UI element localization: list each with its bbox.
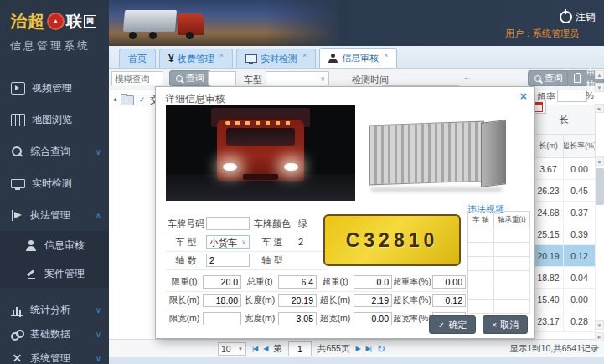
sidebar-item-case-mgmt[interactable]: 案件管理 — [0, 259, 109, 288]
table-row[interactable]: 15.400.00 — [534, 289, 596, 310]
tab-close-icon[interactable]: × — [302, 51, 307, 59]
sidebar-item-base-data[interactable]: 基础数据 ∨ — [0, 322, 109, 346]
last-page-button[interactable]: ▶| — [366, 345, 371, 352]
tree-checkbox[interactable]: ✓ — [137, 95, 147, 105]
width-input[interactable] — [278, 312, 317, 325]
table-row[interactable]: 3.670.00 — [534, 158, 596, 180]
length-limit-input[interactable] — [203, 294, 241, 307]
sidebar-item-label: 执法管理 — [30, 208, 70, 223]
sidebar-item-enforcement[interactable]: 执法管理 ∧ — [0, 199, 109, 231]
next-page-button[interactable]: ▶ — [355, 345, 359, 352]
first-page-button[interactable]: |◀ — [252, 345, 257, 352]
width-limit-label: 限宽(m) — [166, 313, 203, 325]
table-row[interactable]: 25.150.39 — [534, 223, 596, 245]
percent-unit-label: % — [586, 90, 594, 100]
link-icon — [11, 329, 23, 340]
power-icon — [560, 11, 572, 23]
page-size-value: 10 — [221, 344, 231, 354]
logo-text-lian: 联 — [66, 11, 82, 33]
scroll-right-icon[interactable]: ► — [595, 104, 604, 113]
tab-home[interactable]: 首页 — [119, 49, 156, 68]
tab-info-review[interactable]: 信息审核 × — [319, 48, 397, 68]
vehicle-night-photo — [166, 105, 355, 201]
query-button-label: 查询 — [545, 72, 563, 85]
width-limit-input[interactable] — [203, 312, 241, 325]
tab-label: 信息审核 — [342, 52, 379, 64]
chevron-down-icon: ∨ — [96, 147, 101, 156]
video-icon — [11, 82, 25, 95]
scroll-down-icon[interactable]: ▼ — [595, 83, 604, 92]
table-row[interactable]: 26.230.45 — [534, 180, 596, 202]
axle-col-header: 车 轴 — [468, 212, 494, 228]
tab-realtime[interactable]: 实时检测 × — [236, 49, 316, 68]
axle-count-input[interactable] — [206, 254, 250, 267]
total-weight-input[interactable] — [278, 275, 317, 289]
cell-length: 25.15 — [534, 223, 564, 245]
scrollbar-thumb[interactable] — [596, 168, 604, 205]
weight-limit-input[interactable] — [203, 275, 241, 289]
overlength-rate-input[interactable] — [432, 294, 466, 307]
col-header-overlength-rate: 超长率(%) — [564, 135, 596, 157]
chevron-up-icon: ∧ — [96, 211, 101, 220]
search-query-button[interactable]: 查询 — [528, 70, 570, 86]
length-input[interactable] — [278, 294, 317, 307]
fuzzy-search-input[interactable] — [111, 71, 163, 85]
top-header: 注销 用户：系统管理员 — [109, 0, 604, 46]
sidebar-item-info-review[interactable]: 信息审核 — [0, 231, 109, 259]
cell-rate: 0.45 — [564, 180, 596, 202]
scroll-up-icon[interactable]: ▲ — [595, 70, 604, 79]
table-row[interactable]: 24.680.37 — [534, 202, 596, 223]
overlength-input[interactable] — [354, 294, 392, 307]
sidebar-item-map[interactable]: 地图浏览 — [0, 104, 109, 136]
tab-close-icon[interactable]: × — [219, 51, 224, 59]
page-size-select[interactable]: 10 ▼ — [218, 342, 246, 356]
form-row-plate: 车牌号码 车牌颜色 绿 — [166, 214, 327, 233]
sidebar-item-query[interactable]: 综合查询 ∨ — [0, 136, 109, 167]
sidebar-item-stats[interactable]: 统计分析 ∨ — [0, 298, 109, 322]
plate-filter-input[interactable] — [208, 71, 236, 85]
hscroll-right-icon[interactable]: ► — [595, 332, 604, 341]
sidebar-item-realtime[interactable]: 实时检测 — [0, 167, 109, 199]
table-scroll-down-icon[interactable]: ▼ — [595, 320, 604, 330]
axle-weight-table: 车 轴 轴承重(t) — [467, 211, 530, 314]
tree-expander-icon[interactable]: ▼ — [111, 96, 120, 105]
tab-fee-mgmt[interactable]: ¥ 收费管理 × — [159, 49, 233, 68]
monitor-icon — [11, 179, 25, 188]
search-icon — [11, 146, 23, 157]
form-row-axle: 轴 数 轴 型 — [166, 251, 327, 270]
confirm-button[interactable]: ✓ 确定 — [429, 315, 476, 334]
refresh-icon[interactable]: ↻ — [377, 343, 385, 355]
table-row[interactable]: 18.820.04 — [534, 267, 596, 289]
sidebar-item-video[interactable]: 视频管理 — [0, 72, 109, 104]
vehicle-type-select[interactable]: 小货车 ∨ — [206, 235, 250, 249]
plate-no-label: 车牌号码 — [166, 218, 206, 230]
query-button-label: 查询 — [186, 72, 204, 85]
overweight-rate-input[interactable] — [432, 275, 466, 289]
sidebar-item-label: 统计分析 — [30, 303, 70, 317]
form-row-weight: 限重(t) 总重(t) 超重(t) 超重率(%) — [166, 273, 467, 292]
overwidth-input[interactable] — [354, 312, 392, 325]
dialog-close-icon[interactable]: × — [520, 90, 527, 103]
logout-button[interactable]: 注销 — [560, 10, 596, 24]
records-summary-label: 显示1到10,共6541记录 — [509, 343, 604, 355]
table-row-selected[interactable]: 20.190.12 — [534, 245, 596, 267]
overweight-input[interactable] — [354, 275, 392, 289]
axle-row — [468, 300, 530, 314]
page-number-input[interactable] — [288, 341, 312, 356]
chevron-down-icon: ∨ — [241, 238, 246, 246]
tab-close-icon[interactable]: × — [384, 51, 388, 59]
axle-row — [468, 285, 530, 300]
fuzzy-query-button[interactable]: 查询 — [169, 70, 211, 86]
table-scroll-up-icon[interactable]: ▲ — [595, 156, 604, 166]
app-logo: 治超 ▲ 联 网 信息管理系统 — [0, 0, 109, 65]
sidebar-item-system[interactable]: 系统管理 ∨ — [0, 346, 109, 364]
dialog-footer: ✓ 确定 × 取消 — [429, 315, 528, 334]
plate-no-input[interactable] — [206, 217, 250, 230]
prev-page-button[interactable]: ◀ — [263, 345, 267, 352]
vehicle-type-select[interactable]: ∨ — [266, 71, 329, 85]
cancel-button[interactable]: × 取消 — [483, 315, 528, 334]
monitor-icon — [245, 54, 257, 63]
chevron-down-icon: ∨ — [96, 354, 101, 363]
table-row[interactable]: 23.170.28 — [534, 310, 596, 332]
sidebar-item-label: 系统管理 — [30, 351, 70, 364]
